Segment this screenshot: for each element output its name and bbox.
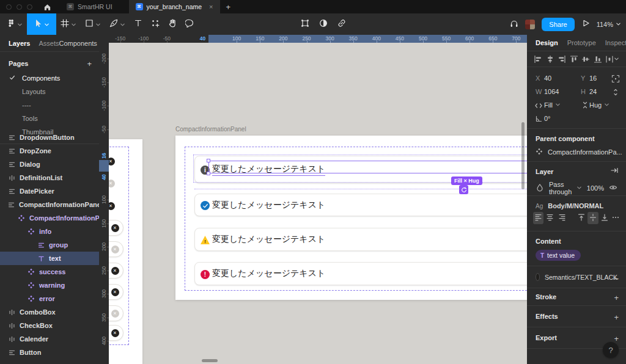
tab-prototype[interactable]: Prototype	[567, 39, 596, 46]
horizontal-resizing-select[interactable]: Fill	[544, 101, 561, 109]
layer-item-dropdownbutton[interactable]: DropdownButton	[0, 134, 99, 144]
align-horizontal-center-button[interactable]	[546, 55, 554, 64]
align-right-button[interactable]	[558, 55, 566, 64]
page-item-components[interactable]: Components	[0, 71, 99, 85]
window-minimize-button[interactable]	[17, 4, 22, 10]
independent-corners-icon[interactable]	[611, 75, 620, 84]
selection-handle-bottom-left[interactable]	[207, 172, 210, 175]
layer-item-warning[interactable]: warning	[0, 278, 99, 292]
audio-button[interactable]	[510, 19, 518, 30]
window-controls[interactable]	[6, 4, 32, 10]
visibility-icon[interactable]	[609, 183, 617, 193]
vertical-align-top-button[interactable]	[576, 212, 586, 224]
edit-object-button[interactable]	[301, 19, 309, 30]
page-item-----[interactable]: ----	[0, 98, 99, 112]
present-button[interactable]	[581, 19, 590, 30]
remove-fill-button[interactable]: −	[613, 274, 619, 285]
layer-item-text[interactable]: text	[0, 252, 99, 265]
opacity-value[interactable]: 100%	[587, 184, 604, 192]
resources-button[interactable]	[147, 13, 164, 35]
type-details-button[interactable]	[611, 213, 620, 223]
page-item-layouts[interactable]: Layouts	[0, 85, 99, 98]
blend-mode-select[interactable]: Pass through	[549, 181, 582, 195]
x-value[interactable]: 40	[544, 75, 551, 82]
close-tab-icon[interactable]: ×	[209, 3, 213, 10]
share-button[interactable]: Share	[542, 18, 574, 31]
zoom-menu[interactable]: 114%	[597, 21, 621, 28]
align-left-button[interactable]	[534, 55, 542, 64]
file-tab-smarthr-ui[interactable]: ⌘ SmartHR UI	[60, 0, 119, 13]
file-tab-your-branch[interactable]: ⌘ your_branch_name ×	[129, 0, 220, 13]
layer-item-definitionlist[interactable]: DefinitionList	[0, 171, 99, 184]
layer-item-combobox[interactable]: ComboBox	[0, 305, 99, 319]
tab-layers[interactable]: Layers	[9, 40, 30, 47]
page-item-tools[interactable]: Tools	[0, 112, 99, 125]
new-tab-button[interactable]: +	[226, 2, 231, 12]
text-style-row[interactable]: Ag Body/M/NORMAL	[527, 196, 626, 211]
parent-component-row[interactable]: CompactInformationPa...	[527, 142, 626, 163]
color-swatch[interactable]	[536, 273, 540, 281]
tab-design[interactable]: Design	[536, 39, 558, 46]
layer-item-button[interactable]: Button	[0, 346, 99, 359]
layer-item-dropzone[interactable]: DropZone	[0, 144, 99, 158]
auto-layout-toggle[interactable]	[459, 185, 468, 194]
add-export-button[interactable]: +	[614, 334, 619, 343]
layer-item-error[interactable]: error	[0, 292, 99, 305]
mask-button[interactable]	[319, 19, 328, 30]
text-align-left-button[interactable]	[533, 212, 543, 224]
main-menu-button[interactable]	[2, 13, 27, 35]
selection-handle-top-left[interactable]	[207, 159, 210, 162]
layer-item-calender[interactable]: Calender	[0, 332, 99, 346]
page-switcher[interactable]: Components	[59, 40, 100, 47]
layer-item-group[interactable]: group	[0, 238, 99, 252]
add-page-button[interactable]: +	[87, 59, 92, 68]
fill-row[interactable]: Semantics/TEXT_BLACK	[527, 266, 626, 288]
help-button[interactable]: ?	[603, 342, 619, 358]
pen-tool-button[interactable]	[105, 13, 130, 35]
canvas-vertical-scrollbar[interactable]	[521, 122, 525, 189]
frame-tool-button[interactable]	[56, 13, 81, 35]
text-selection-box[interactable]	[208, 161, 527, 173]
rotation-value[interactable]: 0°	[544, 115, 551, 122]
layer-item-compactinformationpanel[interactable]: CompactInformationPanel	[0, 198, 99, 211]
layer-item-checkbox[interactable]: CheckBox	[0, 319, 99, 332]
text-align-center-button[interactable]	[545, 212, 555, 224]
home-icon[interactable]	[43, 3, 51, 11]
hand-tool-button[interactable]	[164, 13, 181, 35]
window-close-button[interactable]	[6, 4, 12, 10]
blend-jump-icon[interactable]	[610, 166, 619, 177]
tab-inspect[interactable]: Inspect	[605, 39, 626, 46]
canvas[interactable]: -150-100-5010015020025030035040045050055…	[99, 35, 527, 364]
constrain-proportions-icon[interactable]	[611, 88, 620, 98]
align-top-button[interactable]	[570, 55, 578, 64]
layer-item-success[interactable]: success	[0, 265, 99, 278]
layer-item-info[interactable]: info	[0, 225, 99, 238]
h-value[interactable]: 24	[589, 88, 597, 95]
vertical-resizing-select[interactable]: Hug	[589, 101, 609, 109]
vertical-align-middle-button[interactable]	[587, 212, 598, 224]
avatar[interactable]	[525, 20, 535, 29]
create-link-button[interactable]	[337, 19, 346, 30]
add-stroke-button[interactable]: +	[614, 293, 619, 302]
distribute-button[interactable]	[605, 55, 619, 64]
add-effect-button[interactable]: +	[614, 313, 619, 322]
align-vertical-center-button[interactable]	[581, 55, 590, 64]
comment-tool-button[interactable]	[181, 13, 198, 35]
layer-item-datepicker[interactable]: DatePicker	[0, 184, 99, 198]
y-label: Y	[581, 75, 585, 82]
text-tool-button[interactable]	[130, 13, 147, 35]
vertical-align-bottom-button[interactable]	[600, 212, 610, 224]
text-align-right-button[interactable]	[557, 212, 567, 224]
layer-item-dialog[interactable]: Dialog	[0, 158, 99, 171]
content-property-pill[interactable]: T text value	[536, 250, 581, 261]
move-tool-button[interactable]	[27, 13, 56, 35]
layer-item-compactinformationpanel[interactable]: CompactInformationPanel	[0, 211, 99, 225]
y-value[interactable]: 16	[589, 75, 597, 82]
window-zoom-button[interactable]	[27, 4, 32, 10]
tab-assets[interactable]: Assets	[39, 40, 59, 47]
w-value[interactable]: 1064	[544, 88, 559, 95]
frame-title[interactable]: CompactInformationPanel	[175, 126, 246, 133]
canvas-horizontal-scrollbar[interactable]	[202, 359, 218, 362]
align-bottom-button[interactable]	[594, 55, 602, 64]
shape-tool-button[interactable]	[81, 13, 105, 35]
